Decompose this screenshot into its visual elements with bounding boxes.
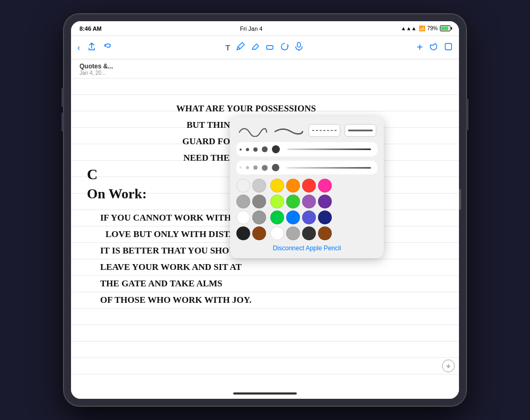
gray-row-2 bbox=[236, 195, 266, 208]
svg-rect-3 bbox=[445, 43, 452, 50]
swatch-empty2 bbox=[334, 195, 348, 208]
battery-fill bbox=[441, 27, 448, 30]
opacity-3[interactable] bbox=[253, 165, 258, 170]
gray-row-3 bbox=[236, 211, 266, 224]
stroke-option-4[interactable] bbox=[344, 124, 376, 137]
text-tool-button[interactable]: T bbox=[225, 43, 230, 52]
size-5[interactable] bbox=[272, 145, 280, 153]
power-button[interactable] bbox=[466, 99, 469, 130]
fullscreen-button[interactable] bbox=[444, 42, 453, 53]
swatch-green[interactable] bbox=[286, 195, 300, 208]
color-section bbox=[236, 179, 377, 240]
swatch-mid-gray2[interactable] bbox=[286, 226, 300, 240]
ipad-device: 8:46 AM Fri Jan 4 ▲▲▲ 📶 79% ‹ bbox=[64, 14, 466, 406]
swatch-black2[interactable] bbox=[302, 226, 316, 240]
status-right: ▲▲▲ 📶 79% bbox=[401, 25, 450, 31]
signal-icon: ▲▲▲ bbox=[401, 25, 417, 31]
swatch-purple[interactable] bbox=[302, 195, 316, 208]
gray-row-4 bbox=[236, 226, 266, 240]
pen-tool-button[interactable] bbox=[235, 42, 245, 54]
pencil-more-button[interactable] bbox=[429, 42, 438, 53]
swatch-pink[interactable] bbox=[318, 179, 332, 192]
stroke-wavy-option[interactable] bbox=[236, 123, 268, 138]
status-date: Fri Jan 4 bbox=[240, 25, 263, 32]
swatch-indigo[interactable] bbox=[302, 211, 316, 224]
swatch-white2[interactable] bbox=[236, 211, 250, 224]
lasso-button[interactable] bbox=[280, 42, 289, 54]
notes-toolbar: ‹ T bbox=[71, 36, 459, 59]
swatch-gray2[interactable] bbox=[252, 211, 266, 224]
eraser-button[interactable] bbox=[265, 42, 275, 54]
pen-opacity-row bbox=[236, 161, 377, 174]
swatch-red[interactable] bbox=[302, 179, 316, 192]
gray-swatches bbox=[236, 179, 266, 240]
size-4[interactable] bbox=[262, 146, 268, 152]
size-2[interactable] bbox=[246, 148, 249, 151]
swatch-mid-gray[interactable] bbox=[236, 195, 250, 208]
opacity-5[interactable] bbox=[272, 164, 279, 171]
swatch-black[interactable] bbox=[236, 226, 250, 240]
opacity-2[interactable] bbox=[246, 166, 249, 169]
swatch-white3[interactable] bbox=[270, 226, 284, 240]
scroll-to-bottom[interactable] bbox=[442, 360, 455, 372]
swatch-yellow[interactable] bbox=[270, 179, 284, 192]
swatch-brown[interactable] bbox=[252, 226, 266, 240]
add-button[interactable]: + bbox=[417, 41, 423, 54]
undo-button[interactable] bbox=[103, 42, 112, 53]
battery-icon bbox=[440, 25, 450, 31]
wifi-icon: 📶 bbox=[419, 25, 425, 31]
size-1[interactable] bbox=[240, 148, 242, 151]
swatch-bright-green[interactable] bbox=[270, 211, 284, 224]
volume-up-button[interactable] bbox=[61, 88, 64, 107]
gray-row-1 bbox=[236, 179, 266, 192]
share-button[interactable] bbox=[87, 42, 96, 53]
size-3[interactable] bbox=[253, 147, 258, 152]
disconnect-pencil-button[interactable]: Disconnect Apple Pencil bbox=[236, 244, 377, 252]
note-header: Quotes &... Jan 4, 20... bbox=[71, 59, 459, 78]
swatch-white[interactable] bbox=[236, 179, 250, 192]
stroke-smooth-option[interactable] bbox=[272, 123, 304, 138]
mic-button[interactable] bbox=[295, 42, 303, 54]
toolbar-right: + bbox=[417, 41, 453, 54]
swatch-brown2[interactable] bbox=[318, 226, 332, 240]
status-time: 8:46 AM bbox=[80, 25, 102, 32]
swatch-blue[interactable] bbox=[286, 211, 300, 224]
swatch-empty bbox=[334, 179, 348, 192]
ipad-screen: 8:46 AM Fri Jan 4 ▲▲▲ 📶 79% ‹ bbox=[71, 21, 459, 399]
battery-label: 79% bbox=[427, 25, 438, 31]
note-content[interactable]: WHAT ARE YOUR POSSESSIONS BUT THINGS YOU… bbox=[71, 78, 459, 388]
pen-size-row bbox=[236, 142, 377, 156]
size-slider[interactable] bbox=[287, 148, 371, 150]
home-bar bbox=[233, 392, 297, 395]
opacity-1[interactable] bbox=[240, 167, 242, 169]
note-date: Jan 4, 20... bbox=[80, 70, 450, 76]
toolbar-center: T bbox=[225, 42, 303, 54]
highlighter-button[interactable] bbox=[250, 42, 260, 54]
swatch-dark-gray[interactable] bbox=[252, 195, 266, 208]
swatch-dark-purple[interactable] bbox=[318, 195, 332, 208]
stroke-type-row bbox=[236, 123, 377, 138]
swatch-navy[interactable] bbox=[318, 211, 332, 224]
volume-down-button[interactable] bbox=[61, 112, 64, 132]
swatch-empty4 bbox=[334, 226, 348, 240]
note-title: Quotes &... bbox=[80, 63, 450, 70]
opacity-4[interactable] bbox=[262, 165, 268, 171]
color-grid bbox=[270, 179, 348, 240]
home-indicator bbox=[71, 388, 459, 399]
back-button[interactable]: ‹ bbox=[77, 43, 80, 52]
svg-rect-1 bbox=[297, 42, 301, 47]
color-picker-popup[interactable]: Disconnect Apple Pencil bbox=[230, 117, 384, 258]
stroke-option-3[interactable] bbox=[308, 124, 340, 137]
svg-rect-0 bbox=[267, 46, 273, 49]
swatch-orange[interactable] bbox=[286, 179, 300, 192]
opacity-slider[interactable] bbox=[287, 167, 371, 169]
status-bar: 8:46 AM Fri Jan 4 ▲▲▲ 📶 79% bbox=[71, 21, 459, 36]
swatch-empty3 bbox=[334, 211, 348, 224]
swatch-lime[interactable] bbox=[270, 195, 284, 208]
swatch-light-gray[interactable] bbox=[252, 179, 266, 192]
toolbar-left: ‹ bbox=[77, 42, 112, 53]
